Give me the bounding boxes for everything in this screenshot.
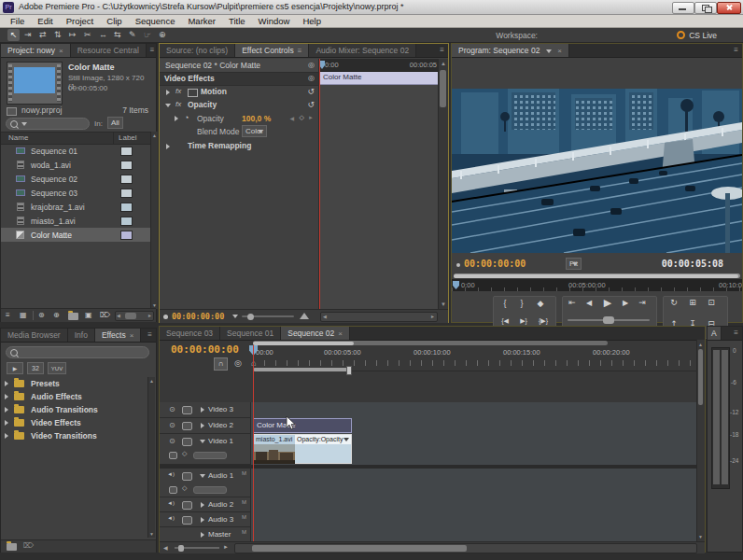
mark-out-button[interactable]: }: [515, 299, 528, 308]
audio1-track-lane[interactable]: [251, 469, 697, 498]
safe-margins-button[interactable]: ⊞: [686, 298, 699, 307]
folder-row-presets[interactable]: Presets: [1, 377, 150, 390]
timeline-hscroll-thumb[interactable]: [252, 545, 467, 552]
tab-resource-central[interactable]: Resource Central: [71, 44, 147, 57]
ec-playhead-line[interactable]: [319, 59, 320, 309]
pen-tool-icon[interactable]: ✎: [129, 30, 136, 39]
menu-project[interactable]: Project: [60, 16, 101, 26]
clip-color-matte[interactable]: Color Matte: [253, 418, 352, 433]
label-chip[interactable]: [120, 189, 133, 198]
delete-custom-item-icon[interactable]: ⌦: [23, 541, 34, 550]
panel-menu-icon[interactable]: ≡: [730, 327, 742, 340]
menu-window[interactable]: Window: [252, 16, 297, 26]
ripple-edit-tool-icon[interactable]: ⇄: [39, 30, 47, 39]
go-to-in-button[interactable]: ⇤: [566, 298, 579, 307]
tab-media-browser[interactable]: Media Browser: [1, 329, 68, 342]
tab-program[interactable]: Program: Sequence 02 ×: [452, 44, 569, 57]
tab-source[interactable]: Source: (no clips): [160, 44, 235, 57]
label-chip[interactable]: [120, 203, 133, 212]
fx-badge-icon[interactable]: fx: [175, 100, 181, 108]
tab-sequence-01[interactable]: Sequence 01: [220, 327, 281, 340]
video1-track-header[interactable]: ⊙ Video 1 ◇: [160, 434, 251, 465]
find-icon[interactable]: ⊕: [53, 311, 60, 319]
master-track-header[interactable]: Master M: [160, 527, 251, 542]
expand-icon[interactable]: [5, 394, 8, 399]
set-display-style-icon[interactable]: [182, 406, 192, 414]
menu-clip[interactable]: Clip: [100, 16, 128, 26]
menu-help[interactable]: Help: [296, 16, 328, 26]
tab-info[interactable]: Info: [68, 329, 95, 342]
timeline-ruler[interactable]: 00:00 00:00:05:00 00:00:10:00 00:00:15:0…: [253, 340, 699, 371]
add-keyframe-icon[interactable]: ◇: [182, 450, 187, 457]
label-chip[interactable]: [120, 217, 133, 226]
slide-tool-icon[interactable]: ⇆: [114, 30, 121, 39]
ec-zoom-thumb[interactable]: [247, 314, 254, 320]
video3-track-header[interactable]: ⊙ Video 3: [160, 402, 251, 418]
go-to-prev-marker-button[interactable]: {◀: [497, 317, 513, 325]
blend-mode-dropdown[interactable]: Color: [242, 125, 267, 137]
list-view-icon[interactable]: ≡: [6, 311, 10, 319]
toggle-track-output-icon[interactable]: ⊙: [169, 437, 175, 445]
scroll-up-icon[interactable]: ▲: [149, 378, 154, 384]
tab-sequence-02[interactable]: Sequence 02×: [281, 327, 350, 340]
panel-menu-icon[interactable]: ≡: [144, 329, 156, 342]
mark-in-button[interactable]: {: [498, 299, 512, 308]
tab-effects[interactable]: Effects×: [95, 329, 142, 342]
in-dropdown[interactable]: All: [107, 117, 123, 129]
scroll-right-icon[interactable]: ►: [430, 314, 435, 319]
column-name[interactable]: Name: [8, 133, 28, 142]
selection-tool-icon[interactable]: ↖: [7, 29, 20, 41]
close-button[interactable]: [717, 2, 741, 14]
list-item[interactable]: Sequence 01: [1, 144, 150, 158]
minimize-button[interactable]: [672, 2, 694, 14]
menu-edit[interactable]: Edit: [31, 16, 59, 26]
set-display-style-icon[interactable]: [182, 422, 192, 430]
timeline-playhead-line[interactable]: [253, 345, 254, 541]
show-keyframes-icon[interactable]: [169, 486, 177, 494]
show-keyframes-icon[interactable]: [169, 452, 177, 459]
video3-track-lane[interactable]: [251, 402, 697, 419]
menu-file[interactable]: File: [4, 16, 31, 26]
tab-sequence-03[interactable]: Sequence 03: [160, 327, 220, 340]
program-current-timecode[interactable]: 00:00:00:00: [464, 259, 526, 269]
output-button[interactable]: ⊡: [705, 298, 718, 307]
collapse-icon[interactable]: [200, 440, 205, 446]
go-to-out-button[interactable]: ⇥: [636, 298, 649, 307]
new-item-icon[interactable]: ▣: [85, 311, 92, 319]
expand-icon[interactable]: [201, 532, 204, 538]
timeline-zoom-thumb[interactable]: [178, 545, 184, 552]
keyframe-nav-track[interactable]: [193, 486, 227, 494]
ec-hscrollbar[interactable]: ◀ ►: [320, 312, 438, 322]
folder-row-video-transitions[interactable]: Video Transitions: [1, 429, 150, 442]
work-area-end-handle[interactable]: [346, 366, 352, 375]
folder-row-video-effects[interactable]: Video Effects: [1, 416, 150, 429]
expand-icon[interactable]: [201, 502, 204, 508]
zoom-in-icon[interactable]: [300, 313, 309, 319]
rate-stretch-tool-icon[interactable]: ↦: [69, 30, 77, 39]
audio2-track-header[interactable]: ◄) Audio 2 M: [160, 497, 251, 512]
slip-tool-icon[interactable]: ↔: [99, 30, 107, 39]
audio3-track-header[interactable]: ◄) Audio 3 M: [160, 512, 251, 527]
keyframe-nav-track[interactable]: [193, 452, 227, 459]
ec-scrollbar[interactable]: ▲ ▼: [438, 59, 448, 309]
tab-effect-controls[interactable]: Effect Controls≡: [235, 44, 309, 57]
list-item-selected[interactable]: Color Matte: [1, 228, 150, 242]
list-item[interactable]: krajobraz_1.avi: [1, 200, 150, 214]
expand-icon[interactable]: [5, 433, 8, 439]
scroll-down-icon[interactable]: ▼: [698, 534, 703, 539]
loop-button[interactable]: ↻: [667, 298, 680, 307]
ec-row-opacity-group[interactable]: fx Opacity ↺: [160, 99, 318, 112]
label-chip[interactable]: [120, 231, 133, 240]
opacity-value[interactable]: 100,0 %: [242, 114, 271, 123]
scroll-up-icon[interactable]: ▲: [152, 133, 157, 138]
new-bin-icon[interactable]: [68, 313, 78, 320]
folder-row-audio-effects[interactable]: Audio Effects: [1, 390, 150, 403]
new-custom-bin-icon[interactable]: [7, 543, 17, 551]
set-display-style-icon[interactable]: [182, 516, 192, 525]
tab-audio-mixer[interactable]: Audio Mixer: Sequence 02: [309, 44, 416, 57]
project-scrollbar[interactable]: ▲ ▼: [150, 132, 158, 309]
reset-icon[interactable]: ↺: [307, 100, 315, 109]
show-keyframes-toggle-icon[interactable]: ◎: [308, 61, 315, 69]
ec-row-time-remapping[interactable]: Time Remapping: [160, 140, 318, 153]
cs-live-label[interactable]: CS Live: [689, 31, 717, 40]
